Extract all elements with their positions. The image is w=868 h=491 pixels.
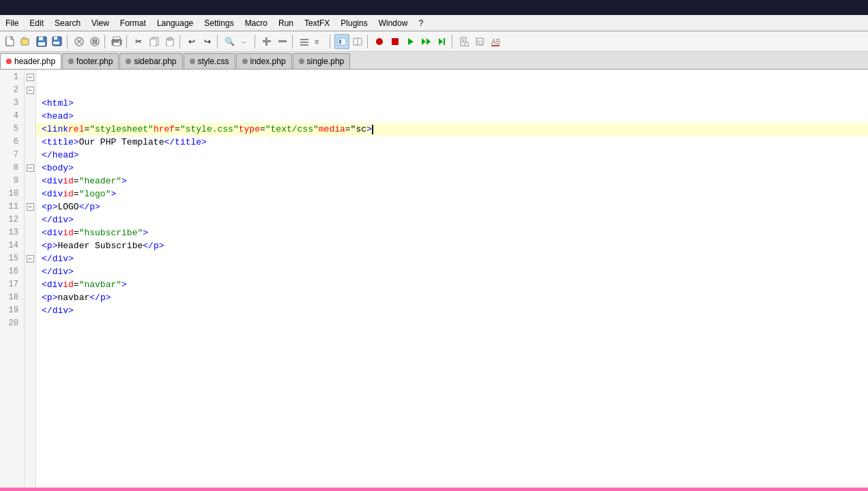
line-number-18: 18 — [5, 291, 18, 304]
code-line-18[interactable] — [36, 317, 868, 330]
copy-button[interactable] — [147, 34, 162, 49]
replace-button[interactable]: ↔ — [237, 34, 252, 49]
fold-box-1[interactable]: − — [27, 74, 34, 81]
menu-item-run[interactable]: Run — [273, 15, 299, 31]
play-loop-button[interactable] — [435, 34, 450, 49]
menu-item-language[interactable]: Language — [151, 15, 199, 31]
fold-marker-14 — [25, 239, 35, 252]
code-line-16[interactable]: <p>navbar</p> — [36, 291, 868, 304]
fold-box-8[interactable]: − — [27, 164, 34, 172]
code-line-1[interactable]: <html> — [36, 97, 868, 110]
menu-item-macro[interactable]: Macro — [240, 15, 273, 31]
menu-item-search[interactable]: Search — [49, 15, 86, 31]
close-all-button[interactable] — [87, 34, 102, 49]
play-button[interactable] — [403, 34, 418, 49]
separator-1 — [67, 35, 70, 48]
tab-single-php[interactable]: single.php — [293, 53, 351, 69]
stop-button[interactable] — [388, 34, 403, 49]
fold-marker-11[interactable]: − — [25, 200, 35, 213]
code-line-9[interactable]: <p>LOGO</p> — [36, 200, 868, 213]
tab-style-css[interactable]: style.css — [184, 53, 235, 69]
fold-marker-1[interactable]: − — [25, 71, 35, 84]
code-line-5[interactable]: </head> — [36, 149, 868, 162]
toggle-button[interactable] — [334, 34, 349, 49]
menu-item-plugins[interactable]: Plugins — [335, 15, 373, 31]
code-line-19[interactable] — [36, 330, 868, 343]
line-number-20: 20 — [5, 317, 18, 330]
code-line-11[interactable]: <div id="hsubscribe"> — [36, 226, 868, 239]
redo-button[interactable]: ↪ — [200, 34, 215, 49]
fold-marker-13 — [25, 226, 35, 239]
code-line-14[interactable]: </div> — [36, 265, 868, 278]
fold-marker-2[interactable]: − — [25, 84, 35, 97]
menu-item-textfx[interactable]: TextFX — [299, 15, 335, 31]
open-button[interactable] — [18, 34, 33, 49]
fold-marker-20 — [25, 317, 35, 330]
svg-rect-3 — [39, 37, 43, 40]
zoom-out-button[interactable] — [275, 34, 290, 49]
tab-label: index.php — [250, 57, 286, 66]
undo-button[interactable]: ↩ — [184, 34, 199, 49]
code-line-7[interactable]: <div id="header"> — [36, 175, 868, 188]
fold-box-2[interactable]: − — [27, 87, 34, 94]
fold-box-15[interactable]: − — [27, 255, 34, 263]
code-line-10[interactable]: </div> — [36, 213, 868, 226]
new-button[interactable] — [3, 34, 18, 49]
tab-sidebar-php[interactable]: sidebar.php — [119, 53, 182, 69]
function-list-button[interactable]: f() — [472, 34, 487, 49]
code-line-13[interactable]: </div> — [36, 252, 868, 265]
code-line-3[interactable]: <link rel="stylesheet" href="style.css" … — [36, 123, 868, 136]
svg-rect-27 — [300, 39, 308, 40]
find-button[interactable]: 🔍 — [222, 34, 237, 49]
paste-button[interactable] — [162, 34, 177, 49]
menu-item-view[interactable]: View — [86, 15, 115, 31]
fold-marker-8[interactable]: − — [25, 162, 35, 175]
menu-item-format[interactable]: Format — [115, 15, 151, 31]
code-line-17[interactable]: </div> — [36, 304, 868, 317]
tab-index-php[interactable]: index.php — [236, 53, 292, 69]
spell-button[interactable]: ABC — [488, 34, 503, 49]
code-line-20[interactable] — [36, 343, 868, 356]
menu-item-window[interactable]: Window — [373, 15, 414, 31]
code-line-15[interactable]: <div id="navbar"> — [36, 278, 868, 291]
fold-marker-15[interactable]: − — [25, 252, 35, 265]
svg-rect-6 — [54, 37, 57, 40]
cut-button[interactable]: ✂ — [131, 34, 146, 49]
line-number-4: 4 — [5, 110, 18, 123]
save-button[interactable] — [34, 34, 49, 49]
sync-button[interactable] — [297, 34, 312, 49]
record-button[interactable] — [372, 34, 387, 49]
menu-item-settings[interactable]: Settings — [199, 15, 239, 31]
menu-item-?[interactable]: ? — [413, 15, 429, 31]
zoom-in-button[interactable] — [259, 34, 274, 49]
fold-marker-12 — [25, 213, 35, 226]
line-number-13: 13 — [5, 226, 18, 239]
tab-indicator — [190, 59, 195, 64]
save-all-button[interactable] — [50, 34, 65, 49]
separator-6 — [255, 35, 257, 48]
code-line-8[interactable]: <div id="logo"> — [36, 188, 868, 200]
code-line-12[interactable]: <p>Header Subscribe</p> — [36, 239, 868, 252]
tab-footer-php[interactable]: footer.php — [62, 53, 119, 69]
svg-rect-29 — [300, 44, 308, 46]
tab-header-php[interactable]: header.php — [0, 53, 61, 69]
play-all-button[interactable] — [419, 34, 434, 49]
code-area[interactable]: <html> <head> <link rel="stylesheet" hre… — [36, 70, 868, 488]
panel-button[interactable] — [350, 34, 365, 49]
fold-marker-18 — [25, 291, 35, 304]
close-button[interactable] — [72, 34, 87, 49]
fold-box-11[interactable]: − — [27, 203, 34, 211]
menu-item-file[interactable]: File — [0, 15, 24, 31]
tab-indicator — [242, 59, 248, 64]
line-number-15: 15 — [5, 252, 18, 265]
wrap-button[interactable]: ≡ — [313, 34, 328, 49]
fold-marker-4 — [25, 110, 35, 123]
svg-marker-38 — [422, 38, 426, 45]
line-number-3: 3 — [5, 97, 18, 110]
menu-item-edit[interactable]: Edit — [24, 15, 49, 31]
file-nav-button[interactable] — [457, 34, 472, 49]
print-button[interactable] — [109, 34, 124, 49]
code-line-2[interactable]: <head> — [36, 110, 868, 123]
code-line-6[interactable]: <body> — [36, 162, 868, 175]
code-line-4[interactable]: <title>Our PHP Template</title> — [36, 136, 868, 149]
